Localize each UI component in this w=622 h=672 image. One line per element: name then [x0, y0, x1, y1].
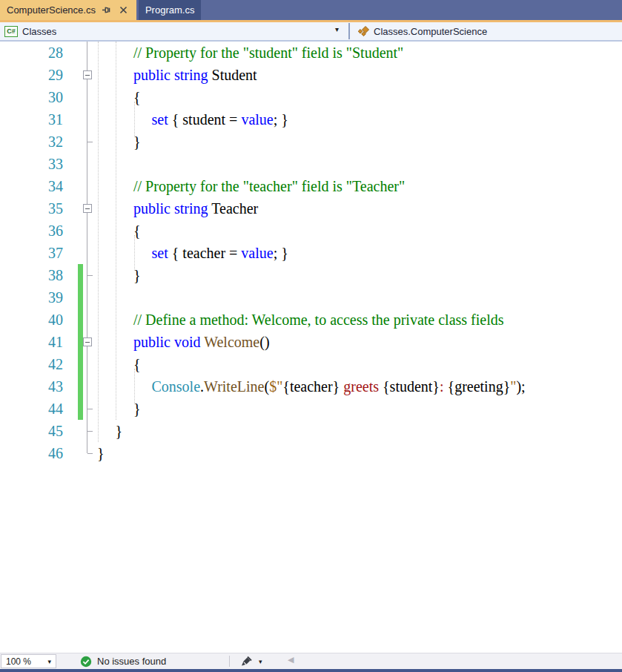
scroll-left-arrow[interactable]: ◀: [288, 655, 294, 665]
line-number: 44: [0, 398, 65, 420]
chevron-down-icon: ▾: [47, 658, 56, 665]
code-line-32[interactable]: 32}: [0, 131, 622, 153]
tab-program[interactable]: Program.cs: [139, 0, 201, 20]
line-number: 28: [0, 42, 65, 64]
code-line-43[interactable]: 43Console.WriteLine($"{teacher} greets {…: [0, 375, 622, 398]
collapse-region-box[interactable]: [83, 337, 92, 346]
code-text: set { student = value; }: [65, 108, 622, 131]
code-line-31[interactable]: 31set { student = value; }: [0, 108, 622, 131]
code-cleanup-button[interactable]: ▾: [240, 654, 262, 668]
line-number: 30: [0, 86, 65, 108]
tab-label: Program.cs: [145, 4, 194, 16]
tab-computerscience[interactable]: ComputerScience.cs: [0, 0, 136, 20]
code-text: // Define a method: Welcome, to access t…: [65, 309, 622, 331]
code-text: }: [65, 420, 622, 442]
code-text: }: [65, 264, 622, 286]
code-text: // Property for the "teacher" field is "…: [65, 175, 622, 197]
line-number: 38: [0, 264, 65, 286]
code-line-28[interactable]: 28// Property for the "student" field is…: [0, 42, 622, 64]
code-line-42[interactable]: 42{: [0, 353, 622, 375]
indent-guide: [134, 102, 135, 137]
chevron-down-icon[interactable]: ▾: [335, 25, 339, 33]
members-dropdown[interactable]: Classes.ComputerScience: [350, 22, 622, 40]
outlining-region-end: [87, 453, 93, 454]
collapse-region-box[interactable]: [83, 70, 92, 79]
check-circle-icon: [80, 656, 92, 668]
window-bottom-strip: [0, 669, 622, 672]
code-text: {: [65, 220, 622, 242]
outlining-region-end: [87, 431, 93, 432]
code-line-36[interactable]: 36{: [0, 220, 622, 242]
editor-status-bar: 100 % ▾ No issues found ▾ ◀: [0, 653, 622, 669]
code-text: // Property for the "student" field is "…: [65, 42, 622, 64]
code-text: public string Student: [65, 64, 622, 86]
tab-label: ComputerScience.cs: [7, 4, 96, 16]
outlining-region-end: [87, 409, 93, 409]
code-line-40[interactable]: 40// Define a method: Welcome, to access…: [0, 309, 622, 331]
code-line-33[interactable]: 33: [0, 153, 622, 175]
outlining-guide-line: [87, 42, 87, 453]
code-text: public void Welcome(): [65, 331, 622, 353]
code-text: {: [65, 353, 622, 375]
line-number: 37: [0, 242, 65, 264]
code-line-39[interactable]: 39: [0, 286, 622, 309]
line-number: 40: [0, 309, 65, 331]
document-tab-well: ComputerScience.cs Program.cs: [0, 0, 622, 20]
line-number: 39: [0, 286, 65, 309]
code-navigation-bar: C# Classes ▾ Classes.ComputerScience: [0, 22, 622, 42]
code-line-34[interactable]: 34// Property for the "teacher" field is…: [0, 175, 622, 197]
csharp-file-icon: C#: [4, 26, 18, 37]
line-number: 36: [0, 220, 65, 242]
line-number: 31: [0, 108, 65, 131]
code-line-41[interactable]: 41public void Welcome(): [0, 331, 622, 353]
code-text: public string Teacher: [65, 197, 622, 220]
vs-editor-window: ComputerScience.cs Program.cs C# Classes…: [0, 0, 622, 672]
line-number: 42: [0, 353, 65, 375]
code-editor[interactable]: 28// Property for the "student" field is…: [0, 42, 622, 653]
code-line-35[interactable]: 35public string Teacher: [0, 197, 622, 220]
line-number: 29: [0, 64, 65, 86]
code-text: [65, 286, 622, 309]
line-number: 45: [0, 420, 65, 442]
indent-guide: [98, 42, 99, 442]
health-indicator-label: No issues found: [97, 656, 166, 667]
chevron-down-icon[interactable]: ▾: [259, 658, 262, 665]
code-cleanup-broom-icon: [240, 656, 253, 668]
code-line-37[interactable]: 37set { teacher = value; }: [0, 242, 622, 264]
health-indicator-button[interactable]: No issues found: [80, 653, 166, 669]
line-number: 32: [0, 131, 65, 153]
line-number: 35: [0, 197, 65, 220]
code-text: }: [65, 131, 622, 153]
outlining-region-end: [87, 142, 93, 142]
line-number: 41: [0, 331, 65, 353]
code-text: Console.WriteLine($"{teacher} greets {st…: [65, 375, 622, 398]
collapse-region-box[interactable]: [83, 204, 92, 213]
line-number: 33: [0, 153, 65, 175]
code-line-45[interactable]: 45}: [0, 420, 622, 442]
code-line-46[interactable]: 46}: [0, 442, 622, 464]
zoom-level-value: 100 %: [1, 656, 47, 667]
indent-guide: [134, 369, 135, 404]
code-line-29[interactable]: 29public string Student: [0, 64, 622, 86]
line-number: 34: [0, 175, 65, 197]
indent-guide: [116, 42, 116, 420]
line-number: 43: [0, 375, 65, 398]
code-line-44[interactable]: 44}: [0, 398, 622, 420]
code-text: {: [65, 86, 622, 108]
close-icon[interactable]: [118, 4, 130, 16]
members-dropdown-value: Classes.ComputerScience: [374, 26, 487, 37]
code-text: [65, 153, 622, 175]
zoom-level-dropdown[interactable]: 100 % ▾: [1, 654, 56, 668]
pin-icon[interactable]: [101, 4, 113, 16]
code-text: set { teacher = value; }: [65, 242, 622, 264]
outlining-region-end: [87, 275, 93, 276]
code-line-38[interactable]: 38}: [0, 264, 622, 286]
indent-guide: [134, 235, 135, 271]
types-dropdown-value: Classes: [22, 26, 56, 37]
types-dropdown[interactable]: C# Classes ▾: [0, 22, 348, 40]
code-line-30[interactable]: 30{: [0, 86, 622, 108]
class-icon: [357, 25, 370, 37]
code-text: }: [65, 442, 622, 464]
code-text: }: [65, 398, 622, 420]
change-tracking-bar: [78, 264, 83, 420]
